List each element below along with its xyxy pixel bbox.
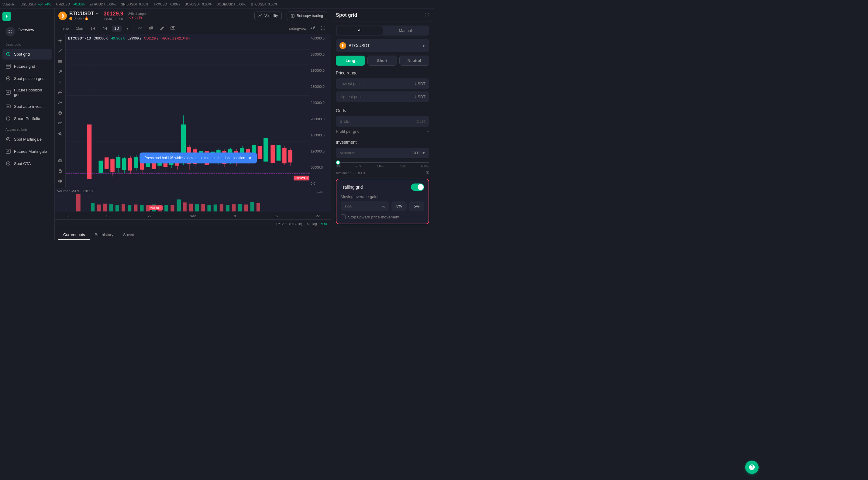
investment-placeholder: Minimum [339, 151, 355, 155]
spot-martingale-icon [5, 136, 11, 142]
horizontal-lines-tool[interactable] [56, 57, 64, 66]
svg-rect-14 [150, 27, 151, 29]
pair-selector[interactable]: ₿ BTC/USDT ▼ [336, 39, 429, 52]
available-info-icon[interactable]: ⓘ [426, 170, 429, 175]
sidebar-item-futures-martingale[interactable]: Futures Martingale [2, 146, 52, 157]
trailing-grid-toggle[interactable] [411, 184, 424, 191]
refresh-icon[interactable] [309, 25, 317, 32]
zoom-tool[interactable] [56, 129, 64, 138]
time-label: 22 [316, 214, 320, 218]
highest-price-input[interactable]: Highest price USDT [336, 91, 429, 102]
sidebar-item-spot-position-grid[interactable]: Spot position grid [2, 73, 52, 84]
svg-rect-150 [244, 204, 248, 212]
crosshair-tool[interactable] [56, 36, 64, 45]
tab-saved[interactable]: Saved [118, 230, 139, 240]
slider-label-25: 25% [355, 164, 362, 168]
sidebar-item-spot-cta[interactable]: Spot CTA [2, 158, 52, 169]
svg-text:10M: 10M [317, 190, 323, 193]
moving-average-label: Moving average gains [341, 194, 424, 199]
tab-current-bots[interactable]: Current bots [58, 230, 90, 240]
sidebar-item-futures-position-grid[interactable]: Futures position grid [2, 85, 52, 100]
slider-label-75: 75% [399, 164, 406, 168]
bot-copy-trading-button[interactable]: Bot copy trading [287, 11, 327, 20]
bot-icon[interactable] [56, 156, 64, 165]
ticker-item-shib[interactable]: SHIBUSDT 0.00% [121, 2, 149, 6]
sidebar-item-spot-auto-invest[interactable]: Spot auto-invest [2, 101, 52, 112]
chart-type-line-icon[interactable] [136, 24, 144, 33]
line-tool[interactable] [56, 47, 64, 55]
timeframe-1h[interactable]: 1H [88, 26, 98, 32]
ruler-tool[interactable] [56, 119, 64, 128]
svg-rect-0 [8, 30, 10, 31]
auto-button[interactable]: auto [321, 222, 327, 226]
timeframe-time[interactable]: Time [58, 26, 71, 32]
expand-icon[interactable] [319, 25, 327, 32]
direction-neutral-button[interactable]: Neutral [399, 56, 429, 66]
pair-chevron-icon: ▼ [422, 43, 426, 48]
camera-icon[interactable] [169, 24, 177, 33]
ticker-item-chz[interactable]: CHZUSDT +0.30% [56, 2, 85, 6]
stop-upward-checkbox[interactable] [341, 215, 346, 219]
sidebar-item-futures-grid[interactable]: Futures grid [2, 61, 52, 72]
volatility-button[interactable]: Volatility [254, 11, 282, 20]
price-level: 0.0 [311, 182, 330, 185]
text-tool[interactable]: T [56, 78, 64, 86]
investment-amount-input[interactable]: Minimum USDT ▼ [336, 148, 429, 158]
sidebar-item-label: Spot auto-invest [14, 104, 42, 109]
timeframe-1d[interactable]: 1D [112, 26, 121, 32]
price-level: 320000.0 [311, 69, 330, 72]
mode-tab-manual[interactable]: Manual [383, 26, 429, 35]
ma-range-input[interactable]: 1-50 % [341, 201, 389, 211]
svg-rect-138 [170, 205, 174, 212]
lowest-price-input[interactable]: Lowest price USDT [336, 78, 429, 89]
arrow-tool[interactable] [56, 67, 64, 76]
pair-info: ₿ BTC/USDT ▼ Bitcoin 🔥 [58, 11, 99, 20]
eye-icon[interactable] [56, 177, 64, 185]
spot-auto-invest-icon [5, 104, 11, 109]
slider-thumb[interactable] [336, 160, 340, 165]
pattern-tool[interactable] [56, 98, 64, 107]
grids-input[interactable]: Grids 2-190 [336, 116, 429, 127]
ticker-item-btc[interactable]: BTCUSDT 0.00% [251, 2, 277, 6]
nav-expand-button[interactable] [2, 12, 11, 21]
fibonacci-tool[interactable] [56, 88, 64, 97]
emoji-tool[interactable] [56, 109, 64, 117]
mode-tab-ai[interactable]: AI [337, 26, 383, 35]
ticker-item-bgb[interactable]: BGBUSDT +54.74% [20, 2, 51, 6]
timeframe-15m[interactable]: 15m [73, 26, 85, 32]
price-axis: 400000.0 360000.0 320000.0 280000.0 2400… [309, 34, 331, 188]
svg-rect-86 [288, 150, 292, 163]
ticker-item-bch[interactable]: BCHUSDT 0.00% [185, 2, 212, 6]
chart-type-candle-icon[interactable] [147, 24, 155, 33]
overview-label: Overview [18, 28, 34, 32]
log-button[interactable]: log [312, 222, 317, 226]
lock-icon[interactable] [56, 166, 64, 175]
ohlc-bar: BTCUSDT · 1D O80000.0 H97909.8 L29999.9 … [68, 36, 190, 40]
investment-unit-button[interactable]: USDT ▼ [410, 151, 426, 155]
pct-button[interactable]: % [306, 222, 309, 226]
ma-val-5pct[interactable]: 5% [409, 201, 424, 211]
ticker-item-trx[interactable]: TRXUSDT 0.00% [153, 2, 180, 6]
chart-zoom-tooltip: Press and hold ⌘ while zooming to mainta… [140, 153, 257, 163]
ticker-item-doge[interactable]: DOGEUSDT 0.00% [216, 2, 246, 6]
ticker-item-eth[interactable]: ETHUSDT 0.00% [90, 2, 116, 6]
change-value: -68.62% [128, 15, 146, 20]
sidebar-item-overview[interactable]: Overview ···· [2, 24, 52, 39]
sidebar-item-smart-portfolio[interactable]: Smart Portfolio [2, 113, 52, 124]
chart-main[interactable]: BTCUSDT · 1D O80000.0 H97909.8 L29999.9 … [66, 34, 331, 188]
sidebar-item-spot-martingale[interactable]: Spot Martingale [2, 134, 52, 145]
direction-short-button[interactable]: Short [367, 56, 397, 66]
direction-long-button[interactable]: Long [336, 56, 365, 66]
draw-tool-icon[interactable] [158, 24, 166, 33]
timeframe-more[interactable]: ▾ [124, 26, 131, 32]
tab-bot-history[interactable]: Bot history [90, 230, 118, 240]
panel-expand-icon[interactable] [424, 12, 429, 18]
investment-title: Investment [336, 140, 429, 145]
pair-dropdown-icon[interactable]: ▼ [95, 11, 99, 16]
right-panel: Spot grid AI Manual ₿ BTC/USDT ▼ Long Sh… [331, 8, 434, 240]
sidebar-item-spot-grid[interactable]: Spot grid [2, 49, 52, 60]
ma-val-3pct[interactable]: 3% [392, 201, 407, 211]
timeframe-4h[interactable]: 4H [100, 26, 110, 32]
investment-slider[interactable]: 0% 25% 50% 75% 100% [336, 162, 429, 168]
tooltip-close-button[interactable]: ✕ [248, 156, 252, 160]
